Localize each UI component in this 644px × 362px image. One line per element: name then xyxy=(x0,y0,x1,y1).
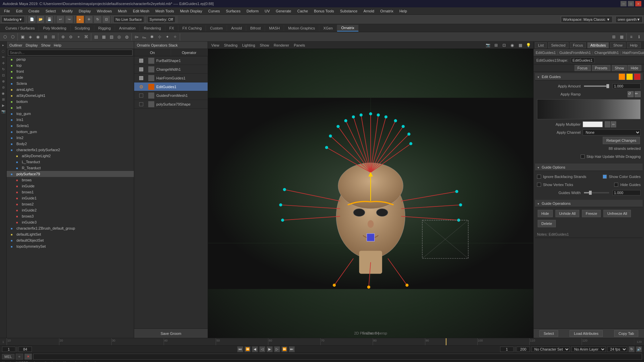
op-on-area-1[interactable] xyxy=(136,67,146,71)
icon-tb-9[interactable]: ⊖ xyxy=(67,33,74,41)
anim-layer-dropdown[interactable]: No Anim Layer xyxy=(571,347,606,352)
tree-item-14[interactable]: ■Body2 xyxy=(7,141,134,147)
icon-tb-17[interactable]: ⌲ xyxy=(133,33,140,41)
tab-item-10[interactable]: Bifrost xyxy=(246,25,265,31)
outliner-help-btn[interactable]: Help xyxy=(54,43,61,47)
vp-light-icon[interactable]: 💡 xyxy=(525,42,532,49)
scale-tool-btn[interactable]: ⊡ xyxy=(102,15,110,23)
apply-ramp-display[interactable] xyxy=(537,99,641,119)
tree-item-23[interactable]: ■inGuide1 xyxy=(7,195,134,201)
vp-smooth-icon[interactable]: ◉ xyxy=(508,42,516,49)
operator-item-3[interactable]: ⚙EditGuides1 xyxy=(134,82,208,91)
tab-item-8[interactable]: Custom xyxy=(206,25,227,31)
guides-width-value[interactable]: 1.000 xyxy=(612,190,641,195)
operator-item-4[interactable]: GuidesFromMesh1 xyxy=(134,91,208,100)
mel-close-btn[interactable]: ✕ xyxy=(24,354,32,360)
tab-item-9[interactable]: Arnold xyxy=(227,25,246,31)
op-on-area-0[interactable] xyxy=(136,59,146,63)
vp-panels-btn[interactable]: Panels xyxy=(292,43,307,48)
current-frame-start-input[interactable] xyxy=(2,347,15,352)
skip-hair-checkbox[interactable] xyxy=(581,155,585,159)
load-attributes-btn[interactable]: Load Attributes xyxy=(570,330,603,337)
loop-btn[interactable]: ↻ xyxy=(629,346,635,352)
menu-item-display[interactable]: Display xyxy=(76,8,94,14)
strip-move-icon[interactable]: ✛ xyxy=(1,60,6,66)
tree-item-2[interactable]: ■front xyxy=(7,68,134,74)
bc-item-0[interactable]: EditGuides1 xyxy=(536,51,556,55)
mel-input[interactable] xyxy=(33,354,642,360)
redo-btn[interactable]: ↪ xyxy=(65,15,73,23)
maximize-btn[interactable]: □ xyxy=(628,1,634,6)
strip-brush-icon[interactable]: ⊘ xyxy=(1,84,6,90)
menu-item-substance[interactable]: Substance xyxy=(337,8,360,14)
menu-item-mesh[interactable]: Mesh xyxy=(115,8,129,14)
attr-editor-btn[interactable]: ℹ xyxy=(635,33,643,41)
tab-item-0[interactable]: Curves / Surfaces xyxy=(1,25,39,31)
grid-toggle-btn[interactable]: ⊞ xyxy=(610,33,618,41)
tree-item-30[interactable]: ■defaultObjectSet xyxy=(7,237,134,243)
attr-tab-show[interactable]: Show xyxy=(610,42,626,48)
tree-item-31[interactable]: ■topoSymmetrySet xyxy=(7,243,134,249)
grid-toggle2-btn[interactable]: ▦ xyxy=(618,33,625,41)
icon-tb-12[interactable]: ▤ xyxy=(92,33,100,41)
icon-tb-7[interactable]: ⊞ xyxy=(50,33,57,41)
operator-item-5[interactable]: polySurface79Shape xyxy=(134,100,208,109)
icon-tb-20[interactable]: ⊹ xyxy=(156,33,163,41)
menu-item-mesh-display[interactable]: Mesh Display xyxy=(177,8,205,14)
select-tool-btn[interactable]: ▸ xyxy=(76,15,84,23)
tab-item-11[interactable]: MASH xyxy=(265,25,284,31)
tab-item-1[interactable]: Poly Modeling xyxy=(39,25,70,31)
minimize-btn[interactable]: ─ xyxy=(621,1,627,6)
hide-guides-checkbox[interactable] xyxy=(614,183,618,187)
tree-item-8[interactable]: ■left xyxy=(7,105,134,111)
ramp-reset-btn[interactable]: ↺ xyxy=(628,91,634,97)
attr-tab-selected[interactable]: Selected xyxy=(548,42,569,48)
icon-tb-2[interactable]: ⬡ xyxy=(9,33,16,41)
undo-btn[interactable]: ↩ xyxy=(56,15,64,23)
menu-item-modify[interactable]: Modify xyxy=(59,8,75,14)
strip-paint-icon[interactable]: ✏ xyxy=(1,54,6,60)
range-start-input[interactable] xyxy=(500,347,514,352)
menu-item-windows[interactable]: Windows xyxy=(94,8,115,14)
operator-item-1[interactable]: ChangeWidth1 xyxy=(134,65,208,74)
unhide-all-btn[interactable]: Unhide All xyxy=(555,210,580,217)
hide-guides-btn[interactable]: Hide xyxy=(538,210,553,217)
timeline-ticks[interactable]: 102030405060708090100110120130 xyxy=(7,338,634,345)
ramp-edit-btn[interactable]: ✏ xyxy=(635,91,641,97)
icon-tb-8[interactable]: ⊕ xyxy=(59,33,67,41)
icon-tb-6[interactable]: ⊠ xyxy=(42,33,49,41)
vp-grid-icon[interactable]: ⊞ xyxy=(492,42,500,49)
icon-tb-19[interactable]: ✱ xyxy=(148,33,156,41)
strip-anim-icon[interactable]: ▶ xyxy=(1,103,6,108)
tab-item-12[interactable]: Motion Graphics xyxy=(284,25,319,31)
step-back-btn[interactable]: ⏪ xyxy=(245,346,251,352)
tree-item-21[interactable]: ■inGuide xyxy=(7,183,134,189)
delete-btn[interactable]: Delete xyxy=(538,220,556,227)
tree-item-26[interactable]: ■brows3 xyxy=(7,213,134,219)
op-on-area-4[interactable] xyxy=(136,94,146,98)
tree-item-29[interactable]: ■defaultLightSet xyxy=(7,231,134,237)
move-tool-btn[interactable]: ✛ xyxy=(85,15,93,23)
menu-item-edit[interactable]: Edit xyxy=(13,8,25,14)
save-btn[interactable]: 💾 xyxy=(45,15,53,23)
icon-tb-4[interactable]: ◈ xyxy=(26,33,34,41)
icon-tb-16[interactable]: ◍ xyxy=(123,33,130,41)
tree-item-1[interactable]: ■top xyxy=(7,62,134,68)
icon-tb-13[interactable]: ▦ xyxy=(100,33,107,41)
menu-item-help[interactable]: Help xyxy=(397,8,410,14)
vp-renderer-btn[interactable]: Renderer xyxy=(272,43,291,48)
tab-item-3[interactable]: Rigging xyxy=(94,25,115,31)
tab-item-2[interactable]: Sculpting xyxy=(71,25,94,31)
menu-item-surfaces[interactable]: Surfaces xyxy=(223,8,243,14)
mel-collapse-btn[interactable]: ○ xyxy=(16,354,23,360)
workspace-label[interactable]: Workspace: Maya Classic ▼ xyxy=(561,16,612,23)
tree-item-7[interactable]: ■bottom xyxy=(7,99,134,105)
multiplier-pencil-btn[interactable]: ✏ xyxy=(611,121,616,127)
menu-item-create[interactable]: Create xyxy=(26,8,42,14)
icon-tb-11[interactable]: ⌘ xyxy=(83,33,90,41)
color-swatch-orange[interactable] xyxy=(619,73,625,80)
tree-item-9[interactable]: ■top_gum xyxy=(7,111,134,117)
attr-tab-focus[interactable]: Focus xyxy=(570,42,586,48)
guides-width-slider[interactable] xyxy=(584,192,609,193)
icon-tb-21[interactable]: ✦ xyxy=(164,33,171,41)
